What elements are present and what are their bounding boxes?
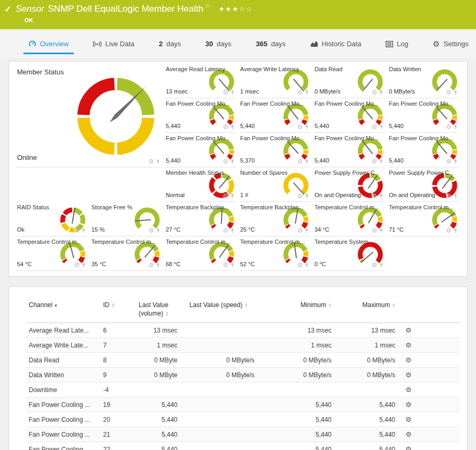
gauge-cell-storage-free[interactable]: Storage Free %15 %⚙ — [91, 202, 162, 236]
pin-icon[interactable] — [81, 262, 86, 268]
pin-icon[interactable] — [156, 228, 160, 234]
gauge-cell-temp-control-4[interactable]: Temperature Control m...35 °C⚙ — [91, 236, 162, 271]
gear-icon[interactable]: ⚙ — [371, 89, 377, 96]
tab-30-days[interactable]: 30days — [200, 29, 237, 58]
gauge-cell-number-of-spares[interactable]: Number of Spares1 #⚙ — [240, 167, 311, 202]
gauge-cell-fan-cooling-7[interactable]: Fan Power Cooling Mo...5,440⚙ — [314, 133, 385, 167]
channel-settings-gear-icon[interactable]: ⚙ — [401, 371, 412, 379]
gear-icon[interactable]: ⚙ — [371, 158, 377, 165]
column-header-maximum[interactable]: Maximum▲▼ — [334, 300, 398, 323]
pin-icon[interactable] — [230, 90, 235, 96]
gear-icon[interactable]: ⚙ — [297, 89, 303, 96]
gauge-cell-temp-backplane-2[interactable]: Temperature Backplan...25 °C⚙ — [240, 202, 311, 236]
cell-channel[interactable]: Fan Power Cooling ... — [26, 427, 100, 442]
gauge-cell-fan-cooling-5[interactable]: Fan Power Cooling Mo...5,440⚙ — [165, 133, 236, 167]
gauge-cell-fan-cooling-1[interactable]: Fan Power Cooling Mo...5,440⚙ — [165, 98, 236, 133]
gear-icon[interactable]: ⚙ — [371, 262, 377, 268]
gauge-cell-temp-control-5[interactable]: Temperature Control m...68 °C⚙ — [165, 236, 236, 271]
gear-icon[interactable]: ⚙ — [446, 227, 452, 234]
channel-settings-gear-icon[interactable]: ⚙ — [401, 445, 412, 450]
pin-icon[interactable] — [156, 262, 160, 268]
tab-log[interactable]: Log — [380, 29, 414, 58]
flag-icon[interactable]: ⚐ — [206, 3, 210, 9]
gear-icon[interactable]: ⚙ — [371, 193, 377, 199]
channel-settings-gear-icon[interactable]: ⚙ — [401, 386, 412, 394]
gauge-cell-fan-cooling-4[interactable]: Fan Power Cooling Mo...5,440⚙ — [388, 98, 460, 133]
cell-channel[interactable]: Average Read Late... — [26, 323, 100, 338]
channel-settings-gear-icon[interactable]: ⚙ — [401, 415, 412, 423]
gear-icon[interactable]: ⚙ — [148, 262, 154, 268]
gear-icon[interactable]: ⚙ — [297, 227, 303, 234]
channel-settings-gear-icon[interactable]: ⚙ — [401, 430, 412, 438]
column-header-channel[interactable]: Channel▾ — [26, 300, 100, 323]
pin-icon[interactable] — [230, 159, 235, 165]
channel-settings-gear-icon[interactable]: ⚙ — [401, 341, 412, 349]
cell-channel[interactable]: Downtime — [26, 383, 100, 397]
gauge-cell-raid-status[interactable]: RAID StatusOk⚙ — [16, 202, 88, 236]
gauge-cell-fan-cooling-6[interactable]: Fan Power Cooling Mo...5,370⚙ — [240, 133, 311, 167]
gear-icon[interactable]: ⚙ — [223, 262, 228, 268]
gear-icon[interactable]: ⚙ — [223, 227, 228, 234]
gear-icon[interactable]: ⚙ — [446, 158, 452, 165]
gauge-cell-member-health[interactable]: Member Health StatusNormal⚙ — [165, 167, 236, 202]
gauge-cell-data-read[interactable]: Data Read0 MByte/s⚙ — [314, 64, 385, 98]
gear-icon[interactable]: ⚙ — [446, 89, 452, 96]
pin-icon[interactable] — [453, 193, 458, 199]
gear-icon[interactable]: ⚙ — [297, 124, 303, 130]
channel-settings-gear-icon[interactable]: ⚙ — [401, 356, 412, 364]
pin-icon[interactable] — [453, 228, 458, 234]
gauge-cell-member-status[interactable]: Member StatusOnline⚙ — [16, 64, 162, 167]
column-header-last-value-volume[interactable]: Last Value(volume)▲▼ — [127, 300, 180, 323]
pin-icon[interactable] — [379, 193, 384, 199]
cell-channel[interactable]: Data Read — [26, 353, 100, 368]
gauge-cell-temp-system[interactable]: Temperature System0 °C⚙ — [314, 236, 385, 271]
gear-icon[interactable]: ⚙ — [148, 227, 154, 234]
cell-channel[interactable]: Fan Power Cooling ... — [26, 397, 100, 412]
gear-icon[interactable]: ⚙ — [74, 227, 80, 234]
priority-stars[interactable]: ★★★☆☆ — [219, 5, 253, 13]
cell-channel[interactable]: Average Write Late... — [26, 338, 100, 353]
column-header-minimum[interactable]: Minimum▲▼ — [257, 300, 334, 323]
pin-icon[interactable] — [379, 159, 384, 165]
gear-icon[interactable]: ⚙ — [446, 193, 452, 199]
gear-icon[interactable]: ⚙ — [297, 262, 303, 268]
gear-icon[interactable]: ⚙ — [223, 124, 228, 130]
tab-2-days[interactable]: 2days — [154, 29, 186, 58]
pin-icon[interactable] — [304, 90, 309, 96]
gear-icon[interactable]: ⚙ — [297, 158, 303, 165]
pin-icon[interactable] — [230, 262, 235, 268]
gauge-cell-avg-read-latency[interactable]: Average Read Latency13 msec⚙ — [165, 64, 236, 98]
pin-icon[interactable] — [304, 159, 309, 165]
pin-icon[interactable] — [453, 159, 458, 165]
gear-icon[interactable]: ⚙ — [297, 193, 303, 199]
gear-icon[interactable]: ⚙ — [148, 158, 154, 165]
tab-settings[interactable]: ⚙Settings — [428, 29, 474, 58]
gauge-cell-temp-control-3[interactable]: Temperature Control m...54 °C⚙ — [16, 236, 88, 271]
gauge-cell-temp-control-1[interactable]: Temperature Control m...34 °C⚙ — [314, 202, 385, 236]
tab-365-days[interactable]: 365days — [250, 29, 291, 58]
tab-live-data[interactable]: Live Data — [88, 29, 140, 58]
column-header-id[interactable]: ID▲▼ — [100, 300, 127, 323]
gear-icon[interactable]: ⚙ — [446, 124, 452, 130]
tab-overview[interactable]: Overview — [23, 29, 74, 58]
pin-icon[interactable] — [156, 159, 160, 165]
pin-icon[interactable] — [230, 124, 235, 130]
pin-icon[interactable] — [304, 193, 309, 199]
tab-historic-data[interactable]: Historic Data — [305, 29, 367, 58]
pin-icon[interactable] — [304, 124, 309, 130]
gear-icon[interactable]: ⚙ — [223, 158, 228, 165]
pin-icon[interactable] — [230, 193, 235, 199]
pin-icon[interactable] — [230, 228, 235, 234]
cell-channel[interactable]: Fan Power Cooling ... — [26, 442, 100, 450]
gear-icon[interactable]: ⚙ — [371, 124, 377, 130]
gauge-cell-data-written[interactable]: Data Written0 MByte/s⚙ — [388, 64, 460, 98]
gear-icon[interactable]: ⚙ — [223, 193, 228, 199]
gauge-cell-avg-write-latency[interactable]: Average Write Latency1 msec⚙ — [240, 64, 311, 98]
gear-icon[interactable]: ⚙ — [223, 89, 228, 96]
gear-icon[interactable]: ⚙ — [371, 227, 377, 234]
gauge-cell-psu-1[interactable]: Power Supply Power C...On and Operating⚙ — [314, 167, 385, 202]
column-header-last-value-speed[interactable]: Last Value (speed)▲▼ — [180, 300, 257, 323]
cell-channel[interactable]: Fan Power Cooling ... — [26, 412, 100, 427]
pin-icon[interactable] — [81, 228, 86, 234]
gauge-cell-fan-cooling-8[interactable]: Fan Power Cooling Mo...5,440⚙ — [388, 133, 460, 167]
